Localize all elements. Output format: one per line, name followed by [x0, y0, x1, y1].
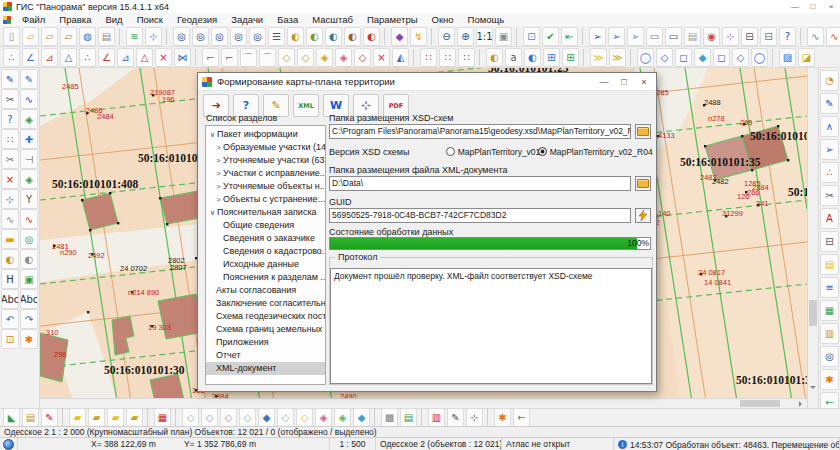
toolbar-icon[interactable]: ⊞	[543, 48, 560, 67]
toolbar-icon[interactable]: ≫	[590, 48, 607, 67]
toolbar-icon[interactable]: ◎	[230, 27, 247, 46]
section-item[interactable]: Сведения о кадастрово...	[206, 245, 325, 258]
toolbar-icon[interactable]: ✎	[1, 69, 19, 89]
section-item[interactable]: > Образуемые участки (14)	[206, 141, 325, 154]
toolbar-icon[interactable]: ▥	[820, 323, 839, 344]
toolbar-icon[interactable]: ◐	[20, 249, 38, 269]
toolbar-icon[interactable]: ☰	[268, 27, 285, 46]
toolbar-icon[interactable]	[630, 49, 633, 66]
tree-expander-icon[interactable]: >	[214, 167, 223, 180]
toolbar-icon[interactable]: ∿	[807, 27, 824, 46]
toolbar-icon[interactable]: a	[505, 48, 522, 67]
toolbar-icon[interactable]: ◇	[239, 408, 256, 427]
section-item[interactable]: > Уточняемые участки (63)	[206, 154, 325, 167]
toolbar-icon[interactable]: ▤	[820, 254, 839, 275]
tree-expander-icon[interactable]: >	[214, 154, 223, 167]
toolbar-icon[interactable]: ➢	[589, 27, 606, 46]
tree-expander-icon[interactable]	[214, 219, 223, 232]
toolbar-icon[interactable]: ◐	[486, 48, 503, 67]
toolbar-icon[interactable]: ×	[373, 48, 390, 67]
scroll-down-arrow-icon[interactable]	[810, 386, 816, 392]
tree-expander-icon[interactable]: ∨	[208, 128, 217, 141]
vertical-scroll-thumb[interactable]	[809, 300, 817, 326]
toolbar-icon[interactable]: ▰	[107, 408, 124, 427]
menu-item[interactable]: Задачи	[224, 14, 270, 25]
tree-expander-icon[interactable]	[207, 362, 216, 375]
section-item[interactable]: Пояснения к разделам ...	[206, 271, 325, 284]
toolbar-icon[interactable]: ∿	[826, 27, 840, 46]
toolbar-icon[interactable]: ◪	[798, 48, 815, 67]
toolbar-icon[interactable]: ◔	[820, 70, 839, 91]
xsd-folder-input[interactable]: C:\Program Files\Panorama\Panorama15\geo…	[329, 124, 631, 139]
section-item[interactable]: > Объекты с устранение...	[206, 193, 325, 206]
toolbar-icon[interactable]: ▣	[20, 269, 38, 289]
toolbar-icon[interactable]: ◍	[79, 27, 96, 46]
toolbar-icon[interactable]: ◈	[335, 48, 352, 67]
toolbar-icon[interactable]: ∴	[820, 162, 839, 183]
toolbar-icon[interactable]: ◈	[20, 109, 38, 129]
tree-expander-icon[interactable]	[207, 349, 216, 362]
browse-xml-folder-button[interactable]	[635, 176, 651, 191]
toolbar-icon[interactable]: ⊖	[438, 27, 455, 46]
toolbar-icon[interactable]: ▱	[60, 27, 77, 46]
toolbar-icon[interactable]: △	[136, 48, 153, 67]
toolbar-icon[interactable]: ▱	[22, 27, 39, 46]
menu-item[interactable]: Масштаб	[305, 14, 360, 25]
toolbar-icon[interactable]: ➢	[820, 139, 839, 160]
globe-segment[interactable]	[0, 438, 18, 450]
tree-expander-icon[interactable]	[214, 245, 223, 258]
toolbar-icon[interactable]: ◎	[249, 27, 266, 46]
section-item[interactable]: ∨ Пояснительная записка	[206, 206, 325, 219]
toolbar-icon[interactable]: ◎	[20, 229, 38, 249]
toolbar-icon[interactable]: ➢	[627, 27, 644, 46]
toolbar-icon[interactable]: ◎	[211, 27, 228, 46]
menu-item[interactable]: Файл	[15, 14, 52, 25]
toolbar-icon[interactable]: H	[1, 269, 19, 289]
toolbar-icon[interactable]: ◈	[316, 48, 333, 67]
toolbar-icon[interactable]: ⊟	[760, 27, 777, 46]
toolbar-icon[interactable]: ◇	[296, 408, 313, 427]
toolbar-icon[interactable]: ▤	[400, 408, 417, 427]
section-item[interactable]: Общие сведения	[206, 219, 325, 232]
toolbar-icon[interactable]: ▤	[684, 27, 701, 46]
section-item[interactable]: > Участки с исправление...	[206, 167, 325, 180]
toolbar-icon[interactable]: ◯	[637, 48, 654, 67]
section-item[interactable]: ∨ Пакет информации	[206, 128, 325, 141]
toolbar-icon[interactable]	[384, 28, 387, 45]
toolbar-icon[interactable]: ▭	[646, 27, 663, 46]
toolbar-icon[interactable]: ◉	[703, 27, 720, 46]
toolbar-icon[interactable]: ✎	[820, 93, 839, 114]
tree-expander-icon[interactable]	[207, 284, 216, 297]
toolbar-icon[interactable]: ⋈	[174, 48, 191, 67]
radio-icon[interactable]	[446, 147, 455, 156]
toolbar-icon[interactable]: ◆	[694, 48, 711, 67]
toolbar-icon[interactable]: ↷	[20, 309, 38, 329]
section-item[interactable]: Сведения о заказчике	[206, 232, 325, 245]
toolbar-icon[interactable]	[583, 49, 586, 66]
toolbar-icon[interactable]: ▰	[88, 408, 105, 427]
tree-expander-icon[interactable]: >	[214, 141, 223, 154]
toolbar-icon[interactable]: ⌒	[259, 48, 276, 67]
toolbar-icon[interactable]: ∠	[22, 48, 39, 67]
toolbar-icon[interactable]: ≫	[609, 48, 626, 67]
toolbar-icon[interactable]: ◐	[287, 27, 304, 46]
toolbar-icon[interactable]: ≋	[126, 27, 143, 46]
tree-expander-icon[interactable]: >	[214, 193, 223, 206]
toolbar-icon[interactable]	[479, 49, 482, 66]
toolbar-icon[interactable]: ◇	[277, 408, 294, 427]
toolbar-icon[interactable]: Abc	[20, 289, 38, 309]
toolbar-icon[interactable]	[582, 28, 585, 45]
toolbar-icon[interactable]: ➢	[608, 27, 625, 46]
toolbar-icon[interactable]: ∷	[439, 48, 456, 67]
toolbar-icon[interactable]: ⊕	[457, 27, 474, 46]
toolbar-icon[interactable]: ✎	[20, 69, 38, 89]
toolbar-icon[interactable]: ◈	[20, 169, 38, 189]
toolbar-icon[interactable]: ▰	[126, 408, 143, 427]
toolbar-icon[interactable]: ◆	[391, 27, 408, 46]
toolbar-icon[interactable]	[195, 49, 198, 66]
menu-item[interactable]: Правка	[52, 14, 98, 25]
toolbar-icon[interactable]: ✎	[41, 408, 58, 427]
toolbar-icon[interactable]: ✱	[494, 408, 511, 427]
toolbar-icon[interactable]: ◎	[820, 346, 839, 367]
toolbar-icon[interactable]: ⊹	[1, 189, 19, 209]
